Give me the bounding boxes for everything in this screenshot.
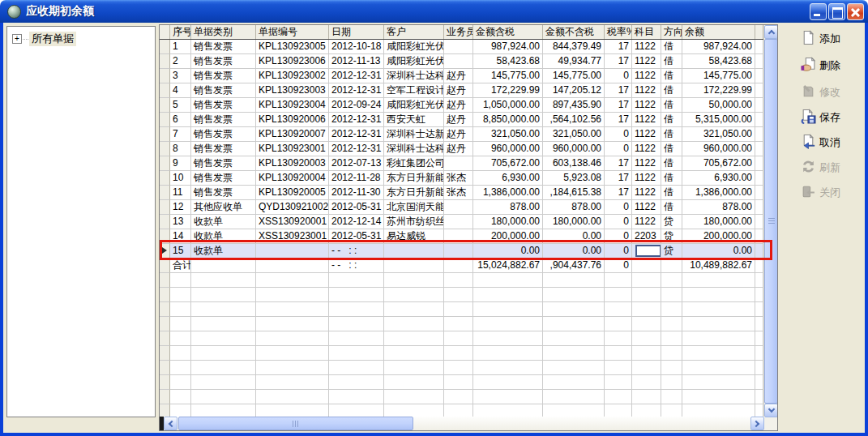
cell-account[interactable]: 1122 [632, 54, 661, 69]
col-header-salesperson[interactable]: 业务员 [444, 25, 473, 39]
cell-date[interactable]: 2012-11-28 [329, 171, 384, 186]
cell-seq[interactable]: 9 [170, 156, 191, 171]
cell-tax_rate[interactable]: 17 [605, 171, 632, 186]
cell-salesperson[interactable]: 赵丹 [444, 69, 473, 83]
cell-salesperson[interactable] [444, 215, 473, 229]
cell-tax_rate[interactable]: 17 [605, 98, 632, 113]
col-header-seq[interactable]: 序号 [170, 25, 191, 39]
col-header-balance[interactable]: 余额 [682, 25, 755, 39]
col-header-amount_tax[interactable]: 金额含税 [473, 25, 543, 39]
cell-account[interactable] [632, 244, 661, 259]
save-button[interactable]: 保存 [801, 108, 864, 127]
cell-account[interactable]: 1122 [632, 98, 661, 113]
cell-balance[interactable]: 705,672.00 [682, 156, 755, 171]
cell-balance[interactable]: 145,775.00 [682, 69, 755, 83]
cell-balance[interactable]: 172,229.99 [682, 83, 755, 98]
cell-date[interactable]: 2012-11-30 [329, 186, 384, 200]
cell-type[interactable]: 销售发票 [191, 98, 256, 113]
col-header-direction[interactable]: 方向 [661, 25, 682, 39]
cell-type[interactable]: 销售发票 [191, 69, 256, 83]
cell-amount_notax[interactable]: 0.00 [543, 229, 605, 244]
cell-tax_rate[interactable]: 17 [605, 40, 632, 54]
cell-amount_notax[interactable]: 180,000.00 [543, 215, 605, 229]
cell-date[interactable]: 2012-11-13 [329, 54, 384, 69]
cell-docno[interactable]: KPL130920003 [256, 156, 329, 171]
cell-customer[interactable]: 北京国润天能 [384, 200, 444, 215]
cell-amount_tax[interactable]: 58,423.68 [473, 54, 543, 69]
cell-customer[interactable]: 空军工程设计 [384, 83, 444, 98]
cell-balance[interactable]: 50,000.00 [682, 98, 755, 113]
data-grid[interactable]: 序号单据类别单据编号日期客户业务员金额含税金额不含税税率%科目方向余额 1销售发… [159, 24, 778, 431]
cell-direction[interactable]: 借 [661, 98, 682, 113]
horizontal-scroll-thumb[interactable] [178, 417, 413, 430]
cell-amount_tax[interactable]: 145,775.00 [473, 69, 543, 83]
cell-balance[interactable]: 878.00 [682, 200, 755, 215]
cell-type[interactable]: 销售发票 [191, 113, 256, 127]
cell-type[interactable]: 收款单 [191, 229, 256, 244]
cell-tax_rate[interactable]: 17 [605, 113, 632, 127]
cell-amount_tax[interactable]: 8,850,000.00 [473, 113, 543, 127]
cell-docno[interactable]: KPL130920004 [256, 171, 329, 186]
cell-account[interactable]: 1122 [632, 40, 661, 54]
cell-seq[interactable]: 14 [170, 229, 191, 244]
tree-item-all-documents[interactable]: + 所有单据 [12, 32, 155, 46]
vertical-scroll-thumb[interactable] [764, 39, 778, 404]
cell-type[interactable]: 销售发票 [191, 83, 256, 98]
cell-direction[interactable]: 借 [661, 186, 682, 200]
cell-docno[interactable]: KPL130923004 [256, 98, 329, 113]
cell-direction[interactable]: 借 [661, 156, 682, 171]
cell-date[interactable]: 2012-12-14 [329, 215, 384, 229]
cell-salesperson[interactable] [444, 229, 473, 244]
cell-balance[interactable]: 6,930.00 [682, 171, 755, 186]
cell-amount_tax[interactable]: 987,924.00 [473, 40, 543, 54]
cell-amount_notax[interactable]: ,904,437.76 [543, 259, 605, 273]
col-header-customer[interactable]: 客户 [384, 25, 444, 39]
cell-direction[interactable]: 借 [661, 142, 682, 156]
cell-tax_rate[interactable]: 0 [605, 244, 632, 259]
cell-amount_notax[interactable]: 897,435.90 [543, 98, 605, 113]
cell-docno[interactable]: XSS130920001 [256, 215, 329, 229]
cell-account[interactable]: 1122 [632, 127, 661, 142]
col-header-account[interactable]: 科目 [632, 25, 661, 39]
cell-amount_notax[interactable]: 145,775.00 [543, 69, 605, 83]
cell-tax_rate[interactable]: 0 [605, 69, 632, 83]
cell-direction[interactable]: 贷 [661, 229, 682, 244]
cell-account[interactable]: 1122 [632, 215, 661, 229]
close-button[interactable] [847, 3, 864, 20]
document-tree-panel[interactable]: + 所有单据 [6, 26, 156, 417]
cell-customer[interactable]: 咸阳彩虹光伏 [384, 40, 444, 54]
cell-salesperson[interactable]: 赵丹 [444, 98, 473, 113]
cell-seq[interactable]: 13 [170, 215, 191, 229]
cell-amount_tax[interactable]: 1,050,000.00 [473, 98, 543, 113]
cell-salesperson[interactable] [444, 156, 473, 171]
cell-tax_rate[interactable]: 0 [605, 200, 632, 215]
cell-customer[interactable]: 西安天虹 [384, 113, 444, 127]
cell-date[interactable]: 2012-05-31 [329, 229, 384, 244]
cell-docno[interactable]: KPL130920007 [256, 127, 329, 142]
cell-amount_tax[interactable]: 960,000.00 [473, 142, 543, 156]
cell-type[interactable]: 收款单 [191, 215, 256, 229]
cell-balance[interactable]: 1,386,000.00 [682, 186, 755, 200]
cell-direction[interactable]: 借 [661, 40, 682, 54]
cell-type[interactable]: 销售发票 [191, 156, 256, 171]
scroll-up-button[interactable] [764, 25, 778, 39]
cell-amount_notax[interactable]: ,184,615.38 [543, 186, 605, 200]
cell-account[interactable]: 1122 [632, 156, 661, 171]
cell-date[interactable]: 2012-09-24 [329, 98, 384, 113]
cell-tax_rate[interactable]: 0 [605, 127, 632, 142]
cell-direction[interactable]: 借 [661, 54, 682, 69]
col-header-type[interactable]: 单据类别 [191, 25, 256, 39]
cell-tax_rate[interactable]: 0 [605, 215, 632, 229]
cell-salesperson[interactable]: 赵丹 [444, 83, 473, 98]
cell-docno[interactable] [256, 259, 329, 273]
cell-docno[interactable]: KPL130920005 [256, 186, 329, 200]
cell-salesperson[interactable] [444, 244, 473, 259]
col-header-tax_rate[interactable]: 税率% [605, 25, 632, 39]
cell-account[interactable]: 1122 [632, 171, 661, 186]
tree-item-label[interactable]: 所有单据 [29, 32, 76, 46]
cell-customer[interactable]: 深圳科士达科 [384, 69, 444, 83]
cell-seq[interactable]: 1 [170, 40, 191, 54]
horizontal-scrollbar[interactable] [160, 417, 764, 430]
scroll-left-button[interactable] [164, 417, 177, 430]
cell-direction[interactable]: 借 [661, 127, 682, 142]
